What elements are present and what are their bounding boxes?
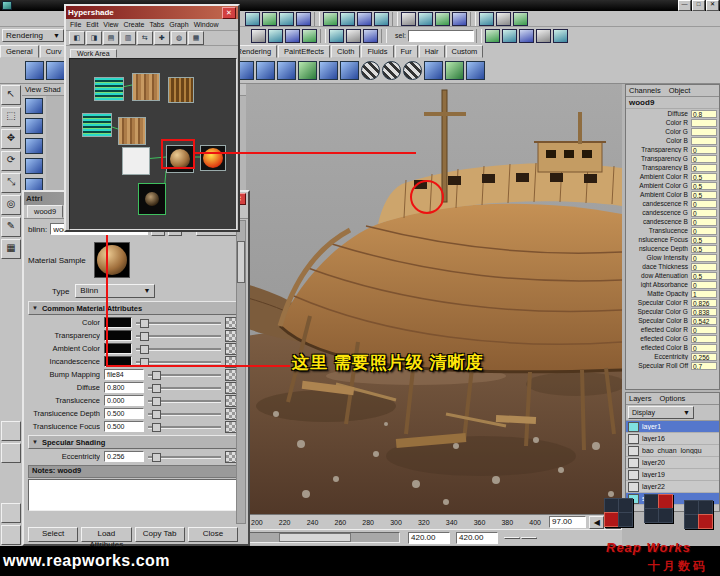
attribute-value-field[interactable]: 0.500 [104, 421, 144, 432]
texture-node-swatch[interactable] [168, 77, 194, 103]
shelf-item-icon[interactable] [445, 61, 464, 80]
toolbar-icon[interactable] [418, 12, 433, 26]
channel-value-field[interactable]: 0.8 [691, 110, 717, 118]
channel-value-field[interactable]: 0 [691, 155, 717, 163]
status-icon[interactable] [346, 29, 361, 43]
section-common-material-attributes[interactable]: ▼ Common Material Attributes [28, 301, 238, 315]
panel-icon[interactable] [25, 158, 43, 174]
attribute-editor-button[interactable]: Close [188, 527, 238, 542]
hypershade-work-area[interactable] [69, 58, 237, 230]
slider-knob[interactable] [140, 358, 149, 367]
time-slider[interactable]: 200220240260280300320340360380400 97.00 … [246, 514, 622, 530]
shelf-tab[interactable]: Hair [419, 45, 445, 58]
hypershade-toolbar-icon[interactable]: ▥ [120, 31, 136, 45]
range-end-field[interactable]: 420.00 [456, 532, 498, 544]
toolbar-icon[interactable] [340, 12, 355, 26]
shelf-item-icon[interactable] [340, 61, 359, 80]
texture-node-swatch[interactable] [82, 113, 112, 137]
range-slider-thumb[interactable] [279, 533, 351, 542]
channel-value-field[interactable]: 1 [691, 290, 717, 298]
layout-single-pane-icon[interactable] [1, 421, 21, 441]
channel-value-field[interactable]: 0 [691, 254, 717, 262]
shelf-item-icon[interactable] [277, 61, 296, 80]
layer-visibility-toggle[interactable] [628, 482, 639, 492]
channel-value-field[interactable]: 0 [691, 281, 717, 289]
channel-value-field[interactable]: 0.5 [691, 236, 717, 244]
status-icon[interactable] [536, 29, 551, 43]
channel-value-field[interactable]: 0.5 [691, 191, 717, 199]
slider-knob[interactable] [152, 384, 161, 393]
range-slider[interactable] [248, 532, 400, 543]
toolbar-icon[interactable] [479, 12, 494, 26]
attribute-slider[interactable] [136, 357, 221, 366]
selected-material-node-swatch[interactable] [138, 183, 166, 215]
channel-value-field[interactable]: 0 [691, 344, 717, 352]
hypershade-menu[interactable]: Edit [86, 21, 98, 28]
slider-knob[interactable] [140, 345, 149, 354]
hypershade-toolbar-icon[interactable]: ◨ [86, 31, 102, 45]
layout-four-pane-icon[interactable] [1, 443, 21, 463]
layers-display-dropdown[interactable]: Display▼ [628, 406, 694, 419]
scrollbar-thumb[interactable] [237, 241, 245, 283]
wood-material-node-swatch[interactable] [166, 145, 194, 173]
toolbar-icon[interactable] [262, 12, 277, 26]
window-control-button[interactable]: ✕ [706, 0, 719, 11]
shelf-tab[interactable]: Custom [446, 45, 484, 58]
channel-value-field[interactable]: 0.542 [691, 317, 717, 325]
status-icon[interactable] [329, 29, 344, 43]
shelf-item-icon[interactable] [298, 61, 317, 80]
current-frame-field[interactable]: 97.00 [549, 516, 586, 528]
color-swatch[interactable] [104, 330, 132, 341]
toolbox-tool-icon[interactable]: ▦ [1, 239, 21, 259]
channel-value-field[interactable]: 0 [691, 335, 717, 343]
hypershade-menu[interactable]: Create [123, 21, 144, 28]
texture-node-swatch[interactable] [122, 147, 150, 175]
shelf-item-icon[interactable] [256, 61, 275, 80]
layer-row[interactable]: bao_chuan_longgu [626, 445, 719, 457]
hypershade-toolbar-icon[interactable]: ▦ [188, 31, 204, 45]
toolbar-icon[interactable] [374, 12, 389, 26]
channel-value-field[interactable]: 0.5 [691, 272, 717, 280]
material-type-dropdown[interactable]: Blinn▼ [75, 284, 155, 298]
attribute-slider[interactable] [148, 409, 221, 418]
channel-value-field[interactable]: 0 [691, 146, 717, 154]
auto-key-button[interactable] [521, 537, 537, 539]
toolbar-icon[interactable] [496, 12, 511, 26]
attribute-value-field[interactable]: 0.500 [104, 408, 144, 419]
hypershade-toolbar-icon[interactable]: ◧ [69, 31, 85, 45]
attribute-slider[interactable] [148, 452, 221, 461]
hypershade-menu[interactable]: Graph [169, 21, 188, 28]
slider-knob[interactable] [152, 423, 161, 432]
hypershade-toolbar-icon[interactable]: ▤ [103, 31, 119, 45]
attribute-slider[interactable] [136, 344, 221, 353]
panel-icon[interactable] [25, 138, 43, 154]
channel-box-menu[interactable]: Channels [629, 86, 661, 95]
shelf-item-icon[interactable] [46, 61, 65, 80]
channel-value-field[interactable]: 0 [691, 209, 717, 217]
channel-value-field[interactable]: 0.5 [691, 245, 717, 253]
toolbox-tool-icon[interactable]: ⟳ [1, 151, 21, 171]
channel-value-field[interactable]: 0.5 [691, 182, 717, 190]
attribute-slider[interactable] [148, 396, 221, 405]
script-editor-icon[interactable] [1, 503, 21, 523]
channel-value-field[interactable]: 0 [691, 200, 717, 208]
shelf-item-icon[interactable] [466, 61, 485, 80]
channel-value-field[interactable] [691, 128, 717, 136]
material-sample-swatch[interactable] [94, 242, 130, 278]
layer-row[interactable]: layer20 [626, 457, 719, 469]
channel-box-object-name[interactable]: wood9 [626, 97, 719, 109]
shelf-item-icon[interactable] [403, 61, 422, 80]
status-icon[interactable] [268, 29, 283, 43]
attribute-slider[interactable] [136, 318, 221, 327]
texture-node-swatch[interactable] [118, 117, 146, 145]
toolbar-icon[interactable] [296, 12, 311, 26]
anim-pref-button[interactable] [504, 537, 520, 539]
panel-icon[interactable] [25, 118, 43, 134]
channel-value-field[interactable]: 0 [691, 326, 717, 334]
shelf-tab[interactable]: PaintEffects [278, 45, 330, 58]
notes-textarea[interactable] [28, 479, 238, 511]
slider-knob[interactable] [152, 410, 161, 419]
attribute-value-field[interactable]: 0.000 [104, 395, 144, 406]
slider-knob[interactable] [152, 453, 161, 462]
channel-value-field[interactable]: 0.256 [691, 353, 717, 361]
